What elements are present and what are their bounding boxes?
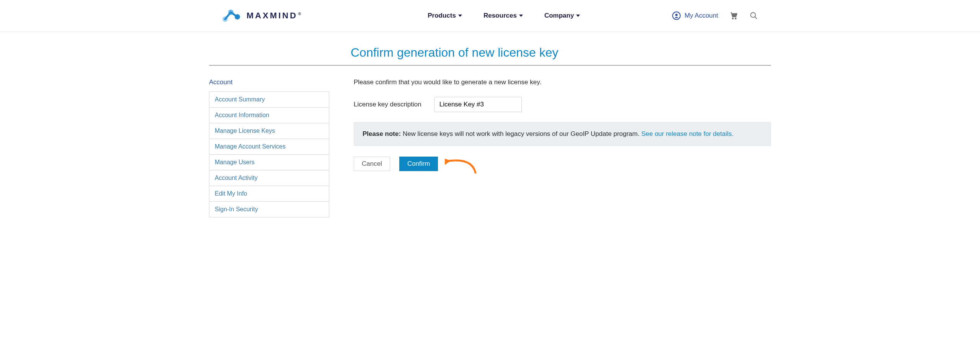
main-content: Please confirm that you would like to ge… [354,78,771,217]
sidebar-item-label: Account Information [209,108,329,123]
nav-products[interactable]: Products [428,12,462,20]
chevron-down-icon [458,15,462,17]
sidebar-item-label: Account Summary [209,92,329,107]
sidebar-item-services[interactable]: Manage Account Services [209,139,329,155]
page-title: Confirm generation of new license key [351,46,771,60]
svg-point-5 [735,18,736,19]
lead-text: Please confirm that you would like to ge… [354,78,771,86]
svg-line-7 [755,17,757,19]
nav-resources-label: Resources [483,12,517,20]
chevron-down-icon [576,15,580,17]
sidebar-item-license[interactable]: Manage License Keys [209,123,329,139]
logo-text: MAXMIND® [247,11,301,21]
sidebar-item-label: Edit My Info [209,186,329,201]
nav-resources[interactable]: Resources [483,12,523,20]
sidebar-item-editinfo[interactable]: Edit My Info [209,186,329,202]
description-row: License key description [354,97,771,112]
sidebar-item-label: Account Activity [209,170,329,186]
sidebar-item-info[interactable]: Account Information [209,108,329,123]
sidebar-item-security[interactable]: Sign-In Security [209,202,329,217]
description-label: License key description [354,101,421,108]
notice-text: New license keys will not work with lega… [401,130,641,137]
notice-box: Please note: New license keys will not w… [354,122,771,146]
svg-point-3 [675,14,678,16]
cart-icon[interactable] [730,11,738,20]
sidebar-item-label: Manage Account Services [209,139,329,154]
sidebar-title: Account [209,78,329,86]
nav-right: My Account [672,11,758,20]
sidebar-item-label: Sign-In Security [209,202,329,217]
logo[interactable]: MAXMIND® [222,9,301,22]
sidebar-list: Account Summary Account Information Mana… [209,91,329,217]
nav-company-label: Company [544,12,574,20]
sidebar-item-label: Manage License Keys [209,123,329,139]
sidebar-item-label: Manage Users [209,155,329,170]
sidebar-item-users[interactable]: Manage Users [209,155,329,170]
chevron-down-icon [519,15,523,17]
top-nav: MAXMIND® Products Resources Company My A… [0,0,980,32]
svg-point-6 [751,13,756,18]
notice-link[interactable]: See our release note for details. [641,130,733,137]
my-account-link[interactable]: My Account [672,11,718,20]
user-icon [672,11,681,20]
nav-center: Products Resources Company [346,12,662,20]
sidebar-item-activity[interactable]: Account Activity [209,170,329,186]
my-account-label: My Account [684,12,718,20]
logo-icon [222,9,241,22]
svg-point-4 [732,18,733,19]
cancel-button[interactable]: Cancel [354,157,390,171]
description-input[interactable] [434,97,522,112]
confirm-button[interactable]: Confirm [399,157,438,171]
sidebar-item-summary[interactable]: Account Summary [209,92,329,108]
notice-bold: Please note: [363,130,401,137]
search-icon[interactable] [750,11,758,20]
nav-company[interactable]: Company [544,12,580,20]
sidebar: Account Account Summary Account Informat… [209,78,329,217]
annotation-arrow-icon [445,154,479,175]
nav-products-label: Products [428,12,456,20]
button-row: Cancel Confirm [354,157,771,171]
